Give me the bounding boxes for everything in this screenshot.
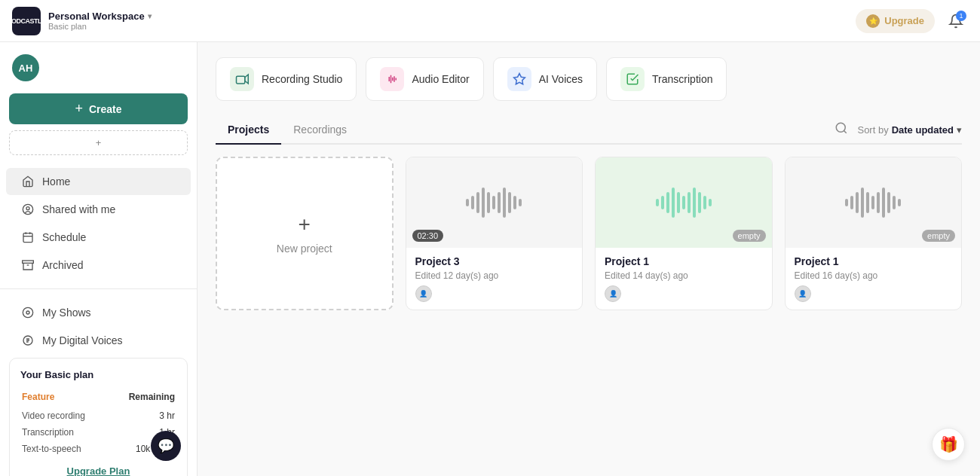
svg-point-9 (26, 311, 29, 314)
topbar: PODCASTLE Personal Workspace ▾ Basic pla… (0, 0, 980, 42)
waveform-bar (893, 196, 896, 209)
sidebar-item-myshows[interactable]: My Shows (6, 299, 191, 326)
tool-audio-editor[interactable]: Audio Editor (366, 57, 483, 101)
create-button[interactable]: + Create (9, 93, 188, 124)
waveform-bar (476, 192, 479, 213)
card-edited: Edited 14 day(s) ago (605, 270, 763, 281)
card-edited: Edited 12 day(s) ago (415, 270, 574, 281)
sidebar-item-shared[interactable]: Shared with me (6, 196, 191, 223)
waveform-bar (887, 192, 890, 213)
upgrade-button[interactable]: ⭐ Upgrade (856, 9, 935, 33)
remaining-cell: 3 hr (111, 408, 175, 423)
project-card[interactable]: 02:30 Project 3 Edited 12 day(s) ago 👤 (406, 157, 583, 310)
audio-editor-icon (380, 67, 404, 91)
waveform (845, 184, 901, 221)
empty-badge: empty (733, 230, 766, 242)
waveform-bar (492, 196, 495, 209)
workspace-info: Personal Workspace ▾ Basic plan (48, 11, 152, 31)
tool-transcription[interactable]: Transcription (606, 57, 727, 101)
waveform-bar (498, 192, 501, 213)
table-row: Transcription 1 hr (22, 425, 175, 440)
waveform-bar (698, 192, 701, 213)
archive-icon (21, 258, 35, 272)
waveform-bar (856, 192, 859, 213)
tool-ai-voices[interactable]: AI Voices (493, 57, 597, 101)
tabs: Projects Recordings (216, 116, 359, 143)
card-thumbnail: empty (596, 157, 772, 248)
workspace-plan: Basic plan (48, 22, 152, 31)
tool-label: AI Voices (539, 73, 583, 85)
waveform-bar (688, 192, 691, 213)
waveform-bar (519, 199, 522, 206)
sidebar-item-label: Shared with me (42, 203, 115, 215)
chat-button[interactable]: 💬 (151, 431, 181, 461)
sidebar-divider (0, 288, 197, 289)
camera-icon (230, 67, 254, 91)
tool-label: Audio Editor (412, 73, 469, 85)
card-info: Project 1 Edited 16 day(s) ago 👤 (786, 248, 962, 310)
sidebar-item-label: Schedule (42, 231, 86, 243)
sidebar-item-digital-voices[interactable]: My Digital Voices (6, 327, 191, 354)
add-workspace-button[interactable]: + (9, 130, 188, 155)
search-button[interactable] (835, 121, 848, 139)
waveform-bar (703, 196, 706, 209)
svg-line-21 (844, 130, 847, 133)
myshows-icon (21, 306, 35, 319)
tool-label: Recording Studio (262, 73, 342, 85)
card-title: Project 1 (605, 255, 763, 267)
waveform-bar (871, 196, 874, 209)
waveform (466, 184, 522, 221)
plan-table-header: Feature Remaining (22, 389, 175, 407)
waveform-bar (672, 188, 675, 218)
tab-projects[interactable]: Projects (216, 116, 281, 145)
chevron-down-icon: ▾ (148, 12, 152, 20)
waveform-bar (471, 196, 474, 209)
tab-recordings[interactable]: Recordings (281, 116, 359, 145)
projects-grid: + New project 02:30 (216, 157, 962, 310)
svg-point-20 (837, 123, 846, 132)
tool-recording-studio[interactable]: Recording Studio (216, 57, 357, 101)
create-plus-icon: + (75, 101, 83, 117)
upgrade-plan-link[interactable]: Upgrade Plan (20, 465, 176, 476)
waveform-bar (693, 188, 696, 218)
new-project-card[interactable]: + New project (216, 157, 394, 310)
ai-voices-icon (507, 67, 531, 91)
svg-rect-2 (23, 233, 32, 243)
waveform-bar (845, 199, 848, 206)
waveform-bar (677, 192, 680, 213)
notification-badge: 1 (956, 11, 966, 21)
svg-marker-19 (513, 74, 525, 84)
nav-section-secondary: My Shows My Digital Voices (0, 295, 197, 358)
sort-button[interactable]: Sort by Date updated ▾ (857, 124, 962, 136)
upgrade-icon: ⭐ (866, 14, 880, 28)
card-title: Project 1 (795, 255, 953, 267)
waveform-bar (513, 196, 516, 209)
sidebar-header: AH (0, 42, 197, 93)
sort-label: Sort by (857, 124, 888, 136)
project-card[interactable]: empty Project 1 Edited 14 day(s) ago 👤 (595, 157, 773, 310)
card-thumbnail: 02:30 (406, 157, 583, 248)
tabs-bar: Projects Recordings Sort by Date updated… (216, 116, 962, 145)
card-info: Project 3 Edited 12 day(s) ago 👤 (406, 248, 583, 310)
waveform-bar (898, 199, 901, 206)
workspace-name[interactable]: Personal Workspace ▾ (48, 11, 152, 22)
svg-point-8 (23, 307, 32, 317)
main-content: Recording Studio Audio Editor AI Voices … (198, 42, 980, 476)
tools-bar: Recording Studio Audio Editor AI Voices … (216, 57, 962, 101)
waveform-bar (877, 192, 880, 213)
sidebar-item-archived[interactable]: Archived (6, 252, 191, 279)
avatar: 👤 (795, 285, 811, 302)
remaining-header: Remaining (111, 389, 175, 407)
sidebar-item-label: My Digital Voices (42, 334, 123, 346)
notification-button[interactable]: 1 (944, 9, 968, 33)
card-thumbnail: empty (786, 157, 962, 248)
tool-label: Transcription (652, 73, 712, 85)
gift-button[interactable]: 🎁 (932, 428, 965, 461)
svg-point-1 (26, 207, 29, 210)
shared-icon (21, 203, 35, 216)
sidebar-item-home[interactable]: Home (6, 168, 191, 195)
waveform (656, 184, 712, 221)
sidebar-item-schedule[interactable]: Schedule (6, 224, 191, 251)
project-card[interactable]: empty Project 1 Edited 16 day(s) ago 👤 (785, 157, 963, 310)
waveform-bar (661, 196, 664, 209)
